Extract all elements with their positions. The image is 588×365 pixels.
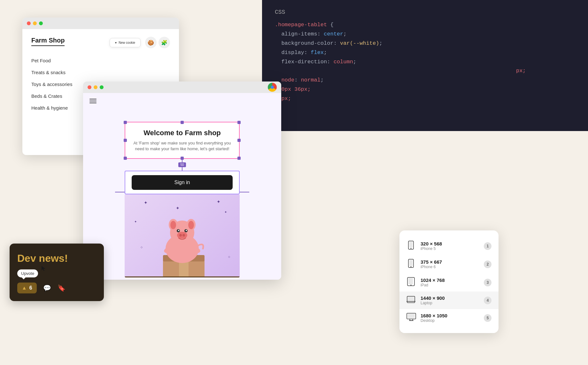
nav-item-treats[interactable]: Treats & snacks [31,66,170,78]
cookie-dropdown[interactable]: ▾ New cookie [110,38,141,47]
upvote-count: 6 [29,285,32,291]
bookmark-icon[interactable]: 🔖 [58,284,66,292]
handle-tm [181,121,184,124]
svg-point-8 [188,221,194,229]
puzzle-icon-button[interactable]: 🧩 [159,37,170,48]
maximize-button[interactable] [39,21,43,25]
design-canvas: Welcome to Farm shop At 'Farm shop' we m… [83,93,281,280]
design-titlebar [83,82,281,93]
design-minimize-btn[interactable] [94,85,97,89]
device-item-iphone6[interactable]: 375 × 667 iPhone 6 2 [399,255,499,273]
hamburger-line-2 [89,101,97,101]
iphone6-icon [406,259,415,269]
device-item-ipad[interactable]: 1024 × 768 iPad 3 [399,273,499,291]
css-line-8: 0px 36px; [275,85,575,94]
connector-left [115,192,125,192]
css-line-10: } [275,104,575,113]
sparkle-3: ✦ [217,199,220,204]
ipad-info: 1024 × 768 iPad [421,277,479,287]
desktop-name: Desktop [421,318,479,323]
handle-tr [237,121,241,124]
iphone5-icon [406,241,415,251]
welcome-subtitle: At 'Farm shop' we make sure you find eve… [132,140,233,152]
svg-point-20 [411,248,412,249]
css-line-9: px; [275,94,575,104]
nav-item-pet-food[interactable]: Pet Food [31,55,170,66]
laptop-name: Laptop [421,301,479,305]
sparkle-4: ✦ [224,210,227,214]
hamburger-menu[interactable] [89,99,97,103]
minimize-button[interactable] [33,21,37,25]
css-selector: .homepage-tablet [275,22,327,28]
design-close-btn[interactable] [88,85,91,89]
iphone6-size: 375 × 667 [421,259,479,265]
chrome-center [271,86,274,89]
device-item-laptop[interactable]: 1440 × 900 Laptop 4 [399,291,499,309]
svg-rect-22 [409,260,413,266]
css-line-1: .homepage-tablet { [275,20,575,30]
pig-svg [150,207,214,277]
upvote-button[interactable]: ▲ 6 [17,283,37,293]
mouse-cursor [41,265,46,272]
sparkle-7: ◇ [141,246,143,249]
laptop-info: 1440 × 900 Laptop [421,295,479,305]
close-button[interactable] [27,21,31,25]
desktop-size: 1680 × 1050 [421,313,479,318]
css-code-block: .homepage-tablet { align-items: center; … [262,20,588,113]
css-line-2: align-items: center; [275,30,575,39]
iphone5-name: iPhone 5 [421,246,479,251]
css-line-3: background-color: var(--white); [275,39,575,48]
laptop-icon [406,296,415,305]
action-row: ▲ 6 💬 🔖 [17,283,96,293]
comment-icon[interactable]: 💬 [43,284,51,292]
welcome-section: Welcome to Farm shop At 'Farm shop' we m… [125,122,240,159]
ground-line [125,276,240,277]
upvote-arrow-icon: ▲ [22,285,27,291]
spacing-label: 50 [178,162,186,167]
design-selection-container: Welcome to Farm shop At 'Farm shop' we m… [125,106,240,277]
tooltip-container: Upvote [17,269,38,283]
sparkle-5: ✦ [134,220,137,223]
pig-svg-container [150,207,214,277]
farm-logo: Farm Shop [31,37,65,46]
css-line-4: display: flex; [275,48,575,58]
css-line-7: node: normal; [275,76,575,85]
svg-point-7 [170,221,176,229]
svg-point-14 [179,234,182,237]
browser-titlebar [22,18,179,29]
device-item-iphone5[interactable]: 320 × 568 iPhone 5 1 [399,237,499,255]
farm-logo-text: Farm Shop [31,37,65,46]
laptop-badge: 4 [484,297,491,304]
laptop-size: 1440 × 900 [421,295,479,301]
desktop-info: 1680 × 1050 Desktop [421,313,479,323]
handle-mr [237,139,241,142]
ipad-size: 1024 × 768 [421,277,479,283]
sign-in-button[interactable]: Sign in [132,175,233,190]
signin-section: Sign in [125,171,240,194]
connector-right [240,192,249,192]
chrome-logo [268,83,277,92]
chrome-browser-icon [268,83,277,92]
device-sizes-panel: 320 × 568 iPhone 5 1 375 × 667 iPhone 6 … [399,230,499,333]
svg-rect-25 [408,278,413,284]
farm-header: Farm Shop ▾ New cookie 🍪 🧩 [31,37,170,48]
ipad-badge: 3 [484,279,491,286]
svg-rect-19 [409,242,413,247]
css-label: CSS [262,0,588,20]
svg-point-15 [182,234,185,237]
sparkle-6: ◇ [228,255,230,258]
iphone6-name: iPhone 6 [421,265,479,269]
handle-bl [124,157,127,160]
device-item-desktop[interactable]: 1680 × 1050 Desktop 5 [399,309,499,327]
handle-tl [124,121,127,124]
iphone6-badge: 2 [484,260,491,268]
upvote-tooltip: Upvote [17,269,38,277]
sparkle-1: ✦ [144,200,148,205]
ipad-icon [406,277,415,288]
design-maximize-btn[interactable] [100,85,104,89]
svg-rect-28 [408,297,414,300]
welcome-title: Welcome to Farm shop [132,129,233,137]
cookie-emoji: 🍪 [148,40,154,46]
cookie-icon-button[interactable]: 🍪 [145,37,157,48]
design-tool-browser: Welcome to Farm shop At 'Farm shop' we m… [83,82,281,280]
